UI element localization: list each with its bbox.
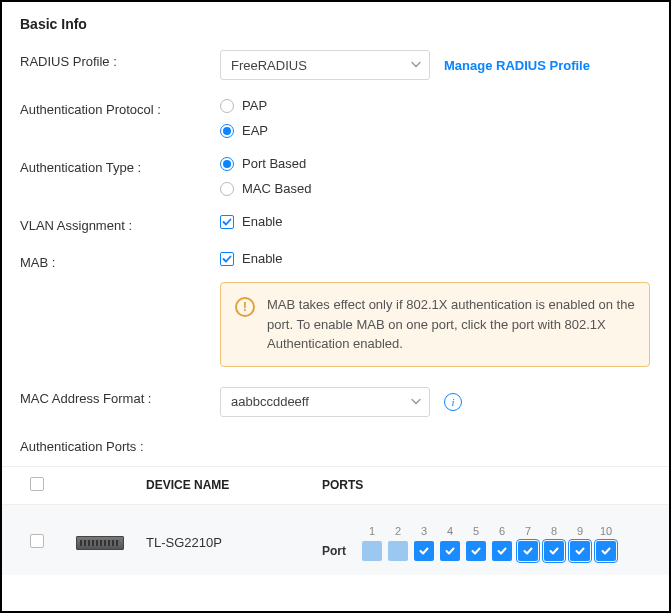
port-9[interactable] — [570, 541, 590, 561]
mab-alert: ! MAB takes effect only if 802.1X authen… — [220, 282, 650, 367]
auth-protocol-eap-label: EAP — [242, 123, 268, 138]
auth-type-mac-label: MAC Based — [242, 181, 311, 196]
port-2[interactable] — [388, 541, 408, 561]
radio-checked-icon — [220, 124, 234, 138]
table-row: TL-SG2210P 12345678910 Port — [2, 505, 669, 575]
auth-protocol-eap[interactable]: EAP — [220, 123, 268, 138]
vlan-assignment-checkbox-label: Enable — [242, 214, 282, 229]
chevron-down-icon — [411, 394, 421, 409]
mab-toggle[interactable]: Enable — [220, 251, 282, 266]
port-number: 9 — [570, 525, 590, 537]
checkbox-checked-icon — [220, 215, 234, 229]
mab-alert-text: MAB takes effect only if 802.1X authenti… — [267, 295, 635, 354]
port-4[interactable] — [440, 541, 460, 561]
radio-checked-icon — [220, 157, 234, 171]
mac-format-label: MAC Address Format : — [20, 387, 220, 406]
port-7[interactable] — [518, 541, 538, 561]
radio-icon — [220, 99, 234, 113]
chevron-down-icon — [411, 58, 421, 73]
port-1[interactable] — [362, 541, 382, 561]
auth-ports-label: Authentication Ports : — [20, 435, 144, 454]
port-8[interactable] — [544, 541, 564, 561]
mac-format-value: aabbccddeeff — [231, 394, 309, 409]
auth-type-port[interactable]: Port Based — [220, 156, 306, 171]
device-icon — [76, 536, 124, 550]
port-3[interactable] — [414, 541, 434, 561]
port-10[interactable] — [596, 541, 616, 561]
warning-icon: ! — [235, 297, 255, 317]
manage-radius-profile-link[interactable]: Manage RADIUS Profile — [444, 58, 590, 73]
radius-profile-label: RADIUS Profile : — [20, 50, 220, 69]
header-device-name: DEVICE NAME — [146, 478, 322, 492]
row-checkbox[interactable] — [30, 534, 44, 548]
port-number: 2 — [388, 525, 408, 537]
radius-profile-value: FreeRADIUS — [231, 58, 307, 73]
auth-protocol-label: Authentication Protocol : — [20, 98, 220, 117]
section-title: Basic Info — [20, 16, 651, 32]
radio-icon — [220, 182, 234, 196]
radius-profile-select[interactable]: FreeRADIUS — [220, 50, 430, 80]
port-number: 1 — [362, 525, 382, 537]
port-number: 6 — [492, 525, 512, 537]
auth-protocol-pap[interactable]: PAP — [220, 98, 267, 113]
device-name: TL-SG2210P — [146, 535, 322, 550]
port-number: 10 — [596, 525, 616, 537]
checkbox-checked-icon — [220, 252, 234, 266]
mab-checkbox-label: Enable — [242, 251, 282, 266]
auth-type-label: Authentication Type : — [20, 156, 220, 175]
port-numbers: 12345678910 — [322, 525, 641, 537]
port-number: 7 — [518, 525, 538, 537]
port-5[interactable] — [466, 541, 486, 561]
mab-label: MAB : — [20, 251, 220, 270]
port-number: 5 — [466, 525, 486, 537]
auth-type-port-label: Port Based — [242, 156, 306, 171]
header-ports: PORTS — [322, 478, 641, 492]
auth-type-mac[interactable]: MAC Based — [220, 181, 311, 196]
port-6[interactable] — [492, 541, 512, 561]
vlan-assignment-toggle[interactable]: Enable — [220, 214, 282, 229]
port-row-label: Port — [322, 544, 356, 558]
auth-protocol-pap-label: PAP — [242, 98, 267, 113]
port-number: 4 — [440, 525, 460, 537]
port-number: 3 — [414, 525, 434, 537]
ports-table-header: DEVICE NAME PORTS — [2, 466, 669, 505]
select-all-checkbox[interactable] — [30, 477, 44, 491]
vlan-assignment-label: VLAN Assignment : — [20, 214, 220, 233]
port-number: 8 — [544, 525, 564, 537]
mac-format-select[interactable]: aabbccddeeff — [220, 387, 430, 417]
info-icon[interactable]: i — [444, 393, 462, 411]
